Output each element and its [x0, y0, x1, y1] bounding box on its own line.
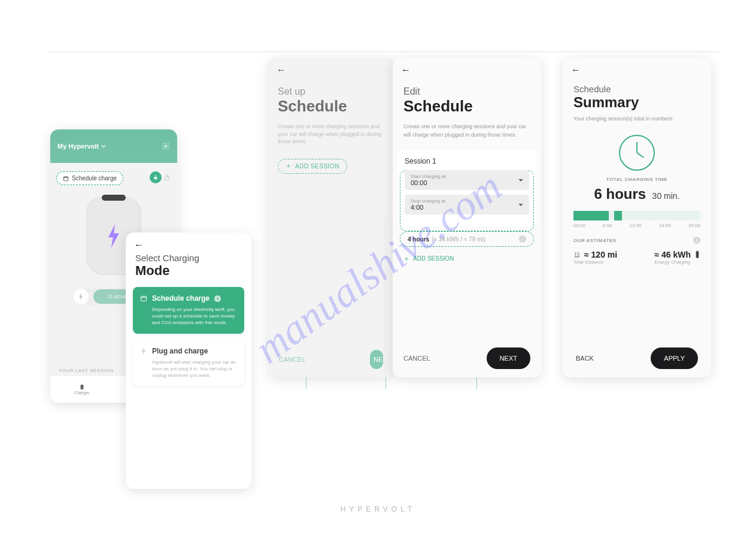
- estimates-label: OUR ESTIMATES i: [563, 237, 711, 244]
- chevron-down-icon: [518, 204, 523, 208]
- field-label: Stop charging at: [411, 198, 523, 204]
- duration-value: 4 hours: [408, 236, 429, 243]
- gear-icon[interactable]: [162, 142, 170, 150]
- session-title: Session 1: [405, 157, 529, 165]
- divider: [48, 52, 720, 52]
- session-card: Session 1 Start charging at 00:00 Stop c…: [397, 150, 536, 226]
- heading-bottom: Schedule: [403, 97, 530, 116]
- subtitle: Your charging session(s) total in number…: [563, 114, 711, 130]
- chevron-down-icon: [101, 144, 106, 149]
- minutes-value: 30 min.: [652, 191, 680, 201]
- duration-chip: 4 hours (≈ 34 kWh / ≈ 79 mi) i: [400, 231, 534, 247]
- svg-rect-3: [165, 177, 169, 180]
- svg-rect-7: [696, 252, 699, 258]
- field-value: 4:00: [411, 204, 523, 211]
- timeline-bar: [573, 211, 700, 220]
- lock-toggle[interactable]: [150, 171, 171, 183]
- next-button[interactable]: NEXT: [487, 347, 530, 369]
- add-session-button[interactable]: ADD SESSION: [393, 252, 464, 265]
- schedule-charge-chip[interactable]: Schedule charge: [56, 171, 123, 185]
- cancel-button[interactable]: CANCEL: [279, 350, 306, 369]
- mode-card-plug[interactable]: Plug and charge Hypervolt will start cha…: [133, 340, 244, 386]
- tab-charger[interactable]: Charger: [50, 376, 114, 403]
- back-arrow-icon[interactable]: ←: [268, 58, 394, 75]
- heading-bottom: Schedule: [278, 97, 384, 116]
- heading-top: Schedule: [573, 84, 700, 94]
- phone-edit-schedule: ← Edit Schedule Create one or more charg…: [393, 58, 541, 377]
- svg-rect-1: [63, 177, 68, 181]
- bolt-icon: [105, 224, 123, 248]
- battery-icon: [694, 250, 700, 259]
- duration-estimate: (≈ 34 kWh / ≈ 79 mi): [432, 236, 485, 243]
- field-label: Start charging at: [411, 174, 523, 179]
- phone-select-mode: ← Select Charging Mode Schedule charge i…: [126, 232, 251, 489]
- bolt-mode-icon: [73, 289, 89, 304]
- back-button[interactable]: BACK: [576, 355, 594, 362]
- mode-card-schedule[interactable]: Schedule charge i Depending on your elec…: [133, 287, 244, 334]
- card-desc: Hypervolt will start charging your car a…: [140, 359, 237, 379]
- svg-rect-8: [697, 250, 698, 251]
- card-title: Plug and charge: [152, 347, 208, 355]
- info-icon[interactable]: i: [214, 295, 221, 302]
- calendar-icon: [63, 176, 69, 182]
- chip-label: Schedule charge: [72, 175, 117, 182]
- card-desc: Depending on your electricity tariff, yo…: [140, 306, 237, 327]
- stop-time-field[interactable]: Stop charging at 4:00: [405, 195, 529, 214]
- plus-icon: [286, 163, 292, 169]
- estimate-energy: ≈ 46 kWh Energy Charging: [654, 250, 700, 265]
- total-charging-time-label: TOTAL CHARGING TIME: [563, 177, 711, 182]
- info-icon[interactable]: i: [693, 237, 700, 244]
- add-session-button[interactable]: ADD SESSION: [278, 159, 347, 174]
- hours-value: 6 hours: [594, 186, 646, 202]
- charger-tab-icon: [78, 383, 86, 391]
- description: Create one or more charging sessions and…: [393, 120, 541, 147]
- heading-bottom: Mode: [135, 263, 242, 279]
- phone-schedule-summary: ← Schedule Summary Your charging session…: [563, 58, 711, 377]
- heading-top: Select Charging: [135, 253, 242, 263]
- info-icon[interactable]: i: [519, 235, 526, 243]
- brand-logo: HYPERVOLT: [341, 505, 416, 513]
- calendar-icon: [140, 295, 147, 302]
- svg-rect-6: [141, 297, 147, 301]
- chevron-down-icon: [518, 179, 523, 184]
- heading-top: Edit: [403, 86, 530, 97]
- bolt-icon: [140, 347, 147, 355]
- estimate-distance: ≈ 120 mi Total Distance: [573, 250, 617, 265]
- timeline-ticks: 00:00 6:00 12:00 18:00 24:00: [573, 223, 700, 228]
- road-icon: [573, 251, 581, 258]
- apply-button[interactable]: APPLY: [651, 347, 698, 369]
- field-value: 00:00: [411, 179, 523, 186]
- card-title: Schedule charge: [152, 294, 210, 303]
- svg-point-0: [165, 145, 167, 147]
- svg-rect-5: [81, 385, 84, 389]
- app-header: My Hypervolt: [50, 129, 177, 163]
- heading-top: Set up: [278, 86, 384, 97]
- next-button[interactable]: NEXT: [370, 350, 383, 369]
- cancel-button[interactable]: CANCEL: [403, 355, 430, 362]
- app-title-dropdown[interactable]: My Hypervolt: [57, 143, 106, 150]
- total-time: 6 hours 30 min.: [563, 186, 711, 202]
- back-arrow-icon[interactable]: ←: [393, 58, 541, 75]
- lock-icon: [163, 173, 171, 182]
- back-arrow-icon[interactable]: ←: [563, 58, 711, 75]
- clock-icon: [619, 135, 655, 171]
- back-arrow-icon[interactable]: ←: [126, 232, 251, 250]
- svg-rect-2: [154, 177, 157, 180]
- description: Create one or more charging sessions and…: [268, 120, 394, 155]
- plus-icon: [403, 256, 409, 262]
- start-time-field[interactable]: Start charging at 00:00: [405, 170, 529, 190]
- unlock-icon: [150, 171, 162, 183]
- app-title: My Hypervolt: [57, 143, 99, 150]
- heading-bottom: Summary: [573, 94, 700, 111]
- phone-set-up-schedule: ← Set up Schedule Create one or more cha…: [268, 58, 394, 377]
